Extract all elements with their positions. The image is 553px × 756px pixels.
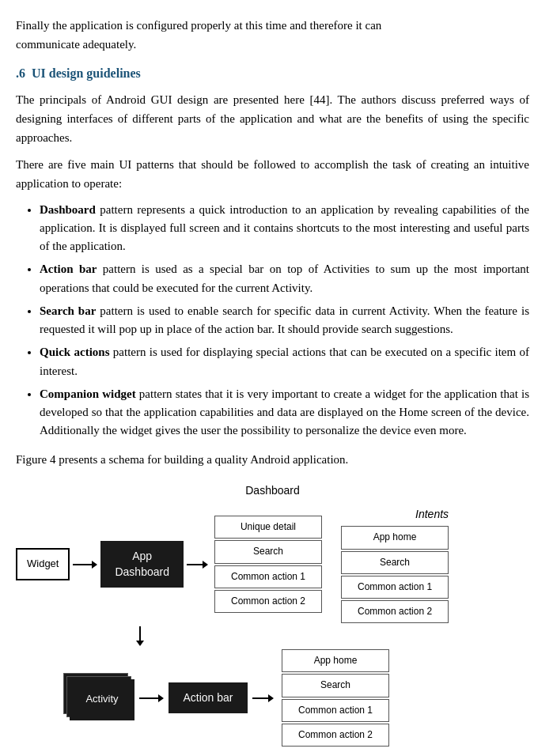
section-title: UI design guidelines [32,66,141,80]
intents-item-apphome: App home [341,526,449,549]
list-item-quickactions: Quick actions pattern is used for displa… [40,343,529,380]
activity-card-front: Activity [70,679,134,720]
list-item-dashboard: Dashboard pattern represents a quick int… [40,201,529,256]
list-item-widget: Companion widget pattern states that it … [40,385,529,440]
action-bar-box: Action bar [169,682,248,714]
actionbar-item-search: Search [282,674,389,697]
term-searchbar: Search bar [40,304,96,317]
text-dashboard: pattern represents a quick introduction … [40,203,529,253]
app-dashboard-box: AppDashboard [100,541,184,588]
arrow-dashboard-to-items [187,561,208,569]
activity-stack: Activity [63,673,134,724]
text-actionbar: pattern is used as a special bar on top … [40,263,529,293]
intents-item-action1: Common action 1 [341,576,449,599]
term-dashboard: Dashboard [40,203,96,216]
actionbar-item-apphome: App home [282,649,389,672]
actionbar-item-action1: Common action 1 [282,699,389,722]
section-number: .6 [16,66,25,80]
dashboard-item-search: Search [214,540,322,563]
term-actionbar: Action bar [40,263,97,275]
arrow-widget-to-dashboard [73,561,97,569]
text-searchbar: pattern is used to enable search for spe… [40,304,529,335]
para1-text: The principals of Android GUI design are… [16,93,529,144]
intents-item-search: Search [341,551,449,574]
figure-caption-text: Figure 4 presents a schema for building … [16,453,348,466]
intents-items-list: App home Search Common action 1 Common a… [341,526,449,623]
diagram: Dashboard Widget AppDashboard Unique det… [16,482,529,747]
dashboard-items-list: Unique detail Search Common action 1 Com… [214,516,322,613]
intents-section: Intents App home Search Common action 1 … [338,505,449,623]
body-paragraph-1: The principals of Android GUI design are… [16,90,529,147]
widget-box: Widget [16,548,70,580]
vertical-arrow-container [16,626,529,646]
figure-caption: Figure 4 presents a schema for building … [16,450,529,469]
intro-paragraph: Finally the application is configured pr… [16,16,529,54]
widget-label: Widget [27,558,59,569]
intents-label: Intents [415,505,449,523]
arrow-actionbar-to-intents [252,694,274,702]
actionbar-item-action2: Common action 2 [282,724,389,747]
diagram-title: Dashboard [16,482,529,499]
arrow-activity-to-actionbar [139,694,164,702]
actionbar-intents-list: App home Search Common action 1 Common a… [282,649,389,747]
term-quickactions: Quick actions [40,346,110,358]
activity-label: Activity [85,691,118,708]
intro-text-line2: communicate adequately. [16,38,136,51]
ui-patterns-list: Dashboard pattern represents a quick int… [40,201,529,440]
list-item-searchbar: Search bar pattern is used to enable sea… [40,302,529,339]
intents-item-action2: Common action 2 [341,600,449,623]
dashboard-item-action1: Common action 1 [214,565,322,588]
dashboard-item-action2: Common action 2 [214,590,322,613]
dashboard-item-unique: Unique detail [214,516,322,539]
bottom-row: Activity Action bar App home Search [16,649,529,747]
term-widget: Companion widget [40,387,136,400]
text-quickactions: pattern is used for displaying special a… [40,346,529,376]
para2-text: There are five main UI patterns that sho… [16,158,529,190]
vertical-arrow [136,626,144,646]
intro-text: Finally the application is configured pr… [16,19,381,32]
action-bar-label: Action bar [183,691,233,704]
section-heading: .6 UI design guidelines [16,63,529,84]
body-paragraph-2: There are five main UI patterns that sho… [16,155,529,193]
list-item-actionbar: Action bar pattern is used as a special … [40,260,529,297]
